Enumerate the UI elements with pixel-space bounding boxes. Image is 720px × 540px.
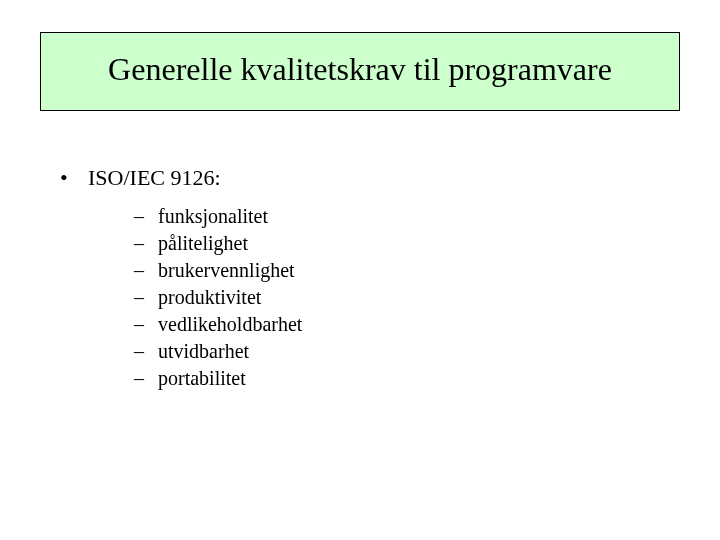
list-item: – brukervennlighet [134,259,660,282]
dash-icon: – [134,259,158,282]
list-item: – funksjonalitet [134,205,660,228]
dash-icon: – [134,340,158,363]
sublist: – funksjonalitet – pålitelighet – bruker… [134,205,660,390]
dash-icon: – [134,205,158,228]
list-item-label: pålitelighet [158,232,248,255]
bullet-level1: • ISO/IEC 9126: [60,165,660,191]
list-item: – portabilitet [134,367,660,390]
list-item-label: vedlikeholdbarhet [158,313,302,336]
list-item: – pålitelighet [134,232,660,255]
bullet-marker: • [60,165,88,191]
list-item: – utvidbarhet [134,340,660,363]
dash-icon: – [134,286,158,309]
list-item-label: utvidbarhet [158,340,249,363]
list-item-label: produktivitet [158,286,261,309]
dash-icon: – [134,313,158,336]
list-item: – vedlikeholdbarhet [134,313,660,336]
bullet-text: ISO/IEC 9126: [88,165,221,191]
dash-icon: – [134,367,158,390]
list-item-label: funksjonalitet [158,205,268,228]
dash-icon: – [134,232,158,255]
slide-title: Generelle kvalitetskrav til programvare [108,51,612,87]
slide: Generelle kvalitetskrav til programvare … [0,0,720,540]
list-item: – produktivitet [134,286,660,309]
list-item-label: brukervennlighet [158,259,295,282]
content-area: • ISO/IEC 9126: – funksjonalitet – pålit… [60,165,660,394]
list-item-label: portabilitet [158,367,246,390]
title-box: Generelle kvalitetskrav til programvare [40,32,680,111]
